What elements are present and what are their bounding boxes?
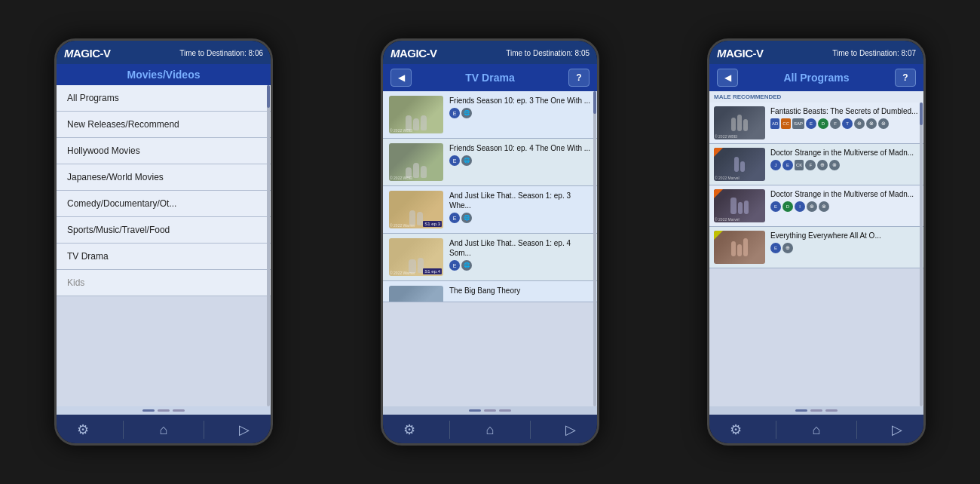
copyright-fb: © 2022 WBEI xyxy=(715,134,737,139)
program-title-4: Everything Everywhere All At O... xyxy=(770,231,919,240)
panel-2: MAGIC-V Time to Destination: 8:05 ◀ TV D… xyxy=(327,0,654,484)
title-bar-2: ◀ TV Drama ? xyxy=(383,64,597,91)
scrollbar-track-2[interactable] xyxy=(593,91,596,406)
icon-e-4: E xyxy=(449,260,460,271)
menu-item-tv-drama[interactable]: TV Drama xyxy=(57,244,271,270)
help-button-2[interactable]: ? xyxy=(568,69,590,87)
footer-2: ⚙ ⌂ ▷ xyxy=(383,415,597,443)
footer-play-btn-1[interactable]: ▷ xyxy=(231,419,258,440)
figure xyxy=(734,157,739,172)
figure xyxy=(731,118,736,131)
header-3: MAGIC-V Time to Destination: 8:07 xyxy=(709,41,923,64)
help-button-3[interactable]: ? xyxy=(895,69,916,87)
scroll-dot xyxy=(825,409,838,412)
program-item-1[interactable]: © 2022 WBEI Fantastic Beasts: The Secret… xyxy=(709,103,923,144)
title-text-2: TV Drama xyxy=(465,72,514,84)
drama-item-5[interactable]: The Big Bang Theory xyxy=(383,281,597,302)
drama-thumb-3: S1 ep.3 © 2022 Warner xyxy=(389,191,443,228)
program-icons-3: E D I ⊕ ⊗ xyxy=(770,201,919,212)
footer-settings-btn-2[interactable]: ⚙ xyxy=(396,419,423,440)
figure xyxy=(413,163,419,178)
drama-container: © 2022 WBEI Friends Season 10: ep. 3 The… xyxy=(383,91,597,406)
icon-i3: I xyxy=(795,201,805,212)
icon-d: D xyxy=(818,118,828,129)
icon-globe-2: 🌐 xyxy=(461,155,472,166)
figure xyxy=(421,115,427,130)
copyright-2: © 2022 WBEI xyxy=(390,176,412,180)
footer-divider xyxy=(530,421,531,439)
logo-2: MAGIC-V xyxy=(390,47,437,60)
drama-info-3: And Just Like That.. Season 1: ep. 3 Whe… xyxy=(449,191,591,223)
thumb-figures xyxy=(730,198,749,214)
thumb-figures xyxy=(731,115,748,131)
icon-x3: ⊛ xyxy=(878,118,889,129)
ep-badge-4: S1 ep.4 xyxy=(423,268,442,274)
title-text-1: Movies/Videos xyxy=(127,69,200,81)
menu-item-kids[interactable]: Kids xyxy=(57,270,271,296)
footer-3: ⚙ ⌂ ▷ xyxy=(709,415,923,443)
menu-item-new-releases[interactable]: New Releases/Recommend xyxy=(57,112,271,138)
drama-thumb-2: © 2022 WBEI xyxy=(389,143,443,181)
program-title-2: Doctor Strange in the Multiverse of Madn… xyxy=(770,148,919,158)
icon-cc: CC xyxy=(781,118,791,129)
phone-frame-1: MAGIC-V Time to Destination: 8:06 Movies… xyxy=(54,38,273,446)
copyright-3: © 2022 Warner xyxy=(390,223,415,228)
rec-label: MALE RECOMMENDED xyxy=(714,93,781,100)
figure xyxy=(737,115,742,131)
drama-item-2[interactable]: © 2022 WBEI Friends Season 10: ep. 4 The… xyxy=(383,139,597,186)
program-item-4[interactable]: Everything Everywhere All At O... E ⊕ xyxy=(709,227,923,268)
drama-title-1: Friends Season 10: ep. 3 The One With ..… xyxy=(449,96,591,106)
ep-badge-3: S1 ep.3 xyxy=(423,221,442,227)
icon-ad: AD xyxy=(770,118,779,129)
drama-item-4[interactable]: S1 ep.4 © 2022 Warner And Just Like That… xyxy=(383,234,597,281)
header-2: MAGIC-V Time to Destination: 8:05 xyxy=(383,41,597,64)
back-button-2[interactable]: ◀ xyxy=(390,69,412,87)
menu-item-hollywood[interactable]: Hollywood Movies xyxy=(57,138,271,164)
icon-globe-4: 🌐 xyxy=(461,260,472,271)
scroll-dot xyxy=(469,409,481,412)
panel-1: MAGIC-V Time to Destination: 8:06 Movies… xyxy=(1,0,327,484)
title-bar-3: ◀ All Programs ? xyxy=(709,64,923,91)
icon-x7: ⊗ xyxy=(819,201,829,212)
drama-item-1[interactable]: © 2022 WBEI Friends Season 10: ep. 3 The… xyxy=(383,91,597,139)
footer-play-btn-2[interactable]: ▷ xyxy=(557,419,584,440)
drama-item-3[interactable]: S1 ep.3 © 2022 Warner And Just Like That… xyxy=(383,186,597,234)
menu-item-all-programs[interactable]: All Programs xyxy=(57,85,271,112)
panel-3: MAGIC-V Time to Destination: 8:07 ◀ All … xyxy=(654,0,980,484)
triangle-flag-3 xyxy=(714,189,723,198)
scrollbar-track-1[interactable] xyxy=(267,85,270,406)
phone-frame-3: MAGIC-V Time to Destination: 8:07 ◀ All … xyxy=(707,38,926,446)
scroll-dots-2 xyxy=(383,406,597,415)
program-item-3[interactable]: © 2022 Marvel Doctor Strange in the Mult… xyxy=(709,185,923,227)
footer-settings-btn-1[interactable]: ⚙ xyxy=(69,419,96,440)
footer-home-btn-2[interactable]: ⌂ xyxy=(476,419,504,440)
icon-x4: ⊕ xyxy=(817,160,828,170)
triangle-flag-2 xyxy=(714,148,723,157)
scrollbar-thumb-2 xyxy=(593,91,596,114)
copyright-ds1: © 2022 Marvel xyxy=(715,176,740,180)
footer-home-btn-1[interactable]: ⌂ xyxy=(150,419,177,440)
time-dest-1: Time to Destination: 8:06 xyxy=(179,49,263,57)
icon-x8: ⊕ xyxy=(782,243,793,253)
program-icons-2: J E CK F ⊕ ⊗ xyxy=(770,160,919,170)
footer-play-btn-3[interactable]: ▷ xyxy=(884,419,911,440)
figure xyxy=(743,238,748,256)
title-text-3: All Programs xyxy=(783,72,849,84)
scrollbar-track-3[interactable] xyxy=(920,103,923,406)
menu-item-comedy[interactable]: Comedy/Documentary/Ot... xyxy=(57,191,271,217)
menu-item-japanese[interactable]: Japanese/World Movies xyxy=(57,164,271,191)
drama-icons-4: E 🌐 xyxy=(449,260,591,271)
drama-info-4: And Just Like That.. Season 1: ep. 4 Som… xyxy=(449,238,591,271)
scroll-dot-group xyxy=(142,409,185,412)
footer-home-btn-3[interactable]: ⌂ xyxy=(803,419,830,440)
menu-item-sports[interactable]: Sports/Music/Travel/Food xyxy=(57,217,271,244)
footer-settings-btn-3[interactable]: ⚙ xyxy=(722,419,749,440)
program-item-2[interactable]: © 2022 Marvel Doctor Strange in the Mult… xyxy=(709,144,923,185)
footer-1: ⚙ ⌂ ▷ xyxy=(57,415,271,443)
scroll-dots-1 xyxy=(57,406,271,415)
footer-divider xyxy=(449,421,450,439)
time-dest-3: Time to Destination: 8:07 xyxy=(832,49,916,57)
scroll-dots-3 xyxy=(709,406,923,415)
scroll-dot xyxy=(158,409,170,412)
back-button-3[interactable]: ◀ xyxy=(717,69,738,87)
